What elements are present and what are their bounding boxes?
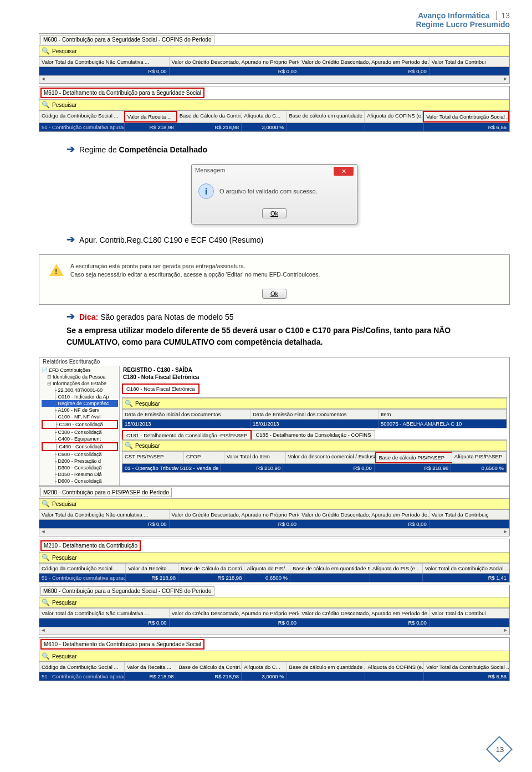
- m200-title-chip: M200 - Contribuição para o PIS/PASEP do …: [40, 488, 172, 497]
- tree-item[interactable]: ├D600 - Consolidaçã: [42, 478, 118, 484]
- tree-item[interactable]: 📄EFD Contribuições: [42, 367, 118, 374]
- tree-item[interactable]: ├22.300.487/0001-60: [42, 387, 118, 393]
- tree-item[interactable]: ├C180 - Consolidaçã: [42, 420, 118, 429]
- app-window: Relatórios Escrituração 📄EFD Contribuiçõ…: [39, 357, 510, 486]
- footer-page-ornament: 13: [488, 738, 512, 762]
- search-icon: 🔍: [125, 400, 133, 407]
- bullet-apur-contrib: ➔ Apur. Contrib.Reg.C180 C190 e ECF C490…: [66, 233, 504, 246]
- scrollbar[interactable]: ◄►: [39, 627, 509, 635]
- notice-line1: A escrituração está pronta para ser gera…: [70, 263, 320, 269]
- m610b-data-row[interactable]: 51 - Contribuição cumulativa apurad... R…: [39, 672, 509, 681]
- register-subtitle: C180 - Nota Fiscal Eletrônica: [120, 374, 509, 382]
- tree-item[interactable]: ├C490 - Consolidaçã: [42, 442, 118, 451]
- m610-data-row[interactable]: 51 - Contribuição cumulativa apurad... R…: [39, 123, 509, 131]
- grid-m210: M210 - Detalhamento da Contribuição 🔍Pes…: [39, 539, 510, 582]
- tab-c181[interactable]: C181 - Detalhamento da Consolidação -PIS…: [122, 430, 252, 439]
- tree-item[interactable]: ├C380 - Consolidaçã: [42, 429, 118, 436]
- search-bar-m610[interactable]: 🔍 Pesquisar: [39, 99, 509, 110]
- search-bar-m200[interactable]: 🔍Pesquisar: [39, 498, 509, 509]
- tree-item[interactable]: ├D300 - Consolidaçã: [42, 464, 118, 471]
- tree-item[interactable]: ├C400 - Equipament: [42, 436, 118, 442]
- grid-m600-top: M600 - Contribuição para a Seguridade So…: [39, 33, 510, 84]
- scrollbar[interactable]: ◄►: [39, 75, 509, 83]
- document-subtitle: Regime Lucro Presumido: [416, 20, 510, 29]
- company-name: Avanço Informática: [418, 11, 489, 20]
- search-bar-m210[interactable]: 🔍Pesquisar: [39, 552, 509, 563]
- tree-view[interactable]: 📄EFD Contribuições⊟Identificação da Pess…: [39, 366, 120, 485]
- grid-m600-bottom: M600 - Contribuição para a Seguridade So…: [39, 585, 510, 635]
- search-icon: 🔍: [42, 554, 50, 561]
- info-icon: i: [198, 183, 214, 199]
- search-icon: 🔍: [42, 500, 50, 508]
- search-icon: 🔍: [42, 599, 50, 606]
- warning-icon: [49, 264, 64, 276]
- m210-title-chip: M210 - Detalhamento da Contribuição: [40, 540, 141, 551]
- tree-item[interactable]: ├D200 - Prestação d: [42, 458, 118, 464]
- bullet-dica: ➔ Dica: São gerados para Notas de modelo…: [66, 310, 504, 323]
- m610b-title-chip: M610 - Detalhamento da Contribuição para…: [40, 639, 204, 650]
- m600-data-row[interactable]: R$ 0,00 R$ 0,00 R$ 0,00: [39, 67, 509, 75]
- search-bar-m600[interactable]: 🔍 Pesquisar: [39, 45, 509, 57]
- m600-title-chip: M600 - Contribuição para a Seguridade So…: [40, 35, 214, 44]
- scrollbar[interactable]: ◄►: [39, 528, 509, 536]
- tree-item[interactable]: ├D350 - Resumo Diá: [42, 471, 118, 478]
- search-bar-m610b[interactable]: 🔍Pesquisar: [39, 651, 509, 662]
- arrow-icon: ➔: [66, 143, 75, 155]
- m610-title-chip: M610 - Detalhamento da Contribuição para…: [40, 88, 204, 98]
- c180-data-row[interactable]: 15/01/2013 15/01/2013 500075 - ABELHA AM…: [122, 420, 507, 428]
- search-icon: 🔍: [42, 101, 50, 109]
- close-icon[interactable]: ✕: [334, 167, 354, 176]
- arrow-icon: ➔: [66, 233, 75, 246]
- ok-button[interactable]: Ok: [262, 289, 287, 299]
- search-label: Pesquisar: [52, 48, 76, 54]
- menu-bar[interactable]: Relatórios Escrituração: [39, 357, 509, 366]
- dialog-message: O arquivo foi validado com sucesso.: [219, 188, 318, 195]
- m600b-title-chip: M600 - Contribuição para a Seguridade So…: [40, 586, 214, 596]
- search-icon: 🔍: [42, 652, 50, 660]
- page-number-top: 13: [496, 11, 510, 20]
- m600b-data-row[interactable]: R$ 0,00 R$ 0,00 R$ 0,00: [39, 618, 509, 627]
- message-dialog: Mensagem ✕ i O arquivo foi validado com …: [191, 164, 357, 224]
- notice-dialog: A escrituração está pronta para ser gera…: [39, 254, 510, 305]
- c181-data-row[interactable]: 01 - Operação Tributáv 5102 - Venda de m…: [122, 464, 507, 472]
- c180-chip: C180 - Nota Fiscal Eletrônica: [123, 385, 198, 393]
- search-icon: 🔍: [42, 47, 50, 55]
- dialog-title: Mensagem: [195, 167, 225, 176]
- tree-item[interactable]: ├Regime de Competênc: [42, 400, 118, 407]
- search-icon: 🔍: [125, 442, 133, 449]
- search-label: Pesquisar: [52, 102, 76, 108]
- tree-item[interactable]: ⊟Informações dos Estabe: [42, 380, 118, 387]
- document-header: Avanço Informática 13 Regime Lucro Presu…: [39, 11, 510, 29]
- m610-header-row: Código da Contribuição Social ... Valor …: [39, 110, 509, 123]
- m200-data-row[interactable]: R$ 0,00 R$ 0,00 R$ 0,00: [39, 520, 509, 528]
- tree-item[interactable]: ├C600 - Consolidaçã: [42, 451, 118, 458]
- notice-line2: Caso seja necessário editar a escrituraç…: [70, 271, 320, 278]
- footer-page-number: 13: [488, 745, 512, 754]
- arrow-icon: ➔: [66, 310, 75, 323]
- search-bar-m600b[interactable]: 🔍Pesquisar: [39, 597, 509, 608]
- bullet-regime-competencia: ➔ Regime de Competência Detalhado: [66, 143, 504, 155]
- search-bar-c180[interactable]: 🔍 Pesquisar: [122, 398, 507, 409]
- tree-item[interactable]: ├A100 - NF de Serv: [42, 407, 118, 413]
- tab-c185[interactable]: C185 - Detalhamento da Consolidação - CO…: [252, 430, 375, 439]
- register-title: REGISTRO - C180 - SAÍDA: [120, 366, 509, 374]
- tip-paragraph: Se a empresa utilizar modelo diferente d…: [66, 325, 504, 348]
- tree-item[interactable]: ⊟Identificação da Pessoa: [42, 374, 118, 380]
- m600-header-row: Valor Total da Contribuição Não Cumulati…: [39, 57, 509, 67]
- search-bar-c181[interactable]: 🔍 Pesquisar: [122, 440, 507, 451]
- tree-item[interactable]: ├C100 - NF, NF Avul: [42, 413, 118, 420]
- m210-data-row[interactable]: 51 - Contribuição cumulativa apurad... R…: [39, 574, 509, 582]
- grid-m610-bottom: M610 - Detalhamento da Contribuição para…: [39, 637, 510, 681]
- ok-button[interactable]: Ok: [262, 208, 287, 218]
- grid-m610-top: M610 - Detalhamento da Contribuição para…: [39, 86, 510, 132]
- tree-item[interactable]: ├C010 - Indicador da Ap: [42, 393, 118, 400]
- grid-m200: M200 - Contribuição para o PIS/PASEP do …: [39, 486, 510, 536]
